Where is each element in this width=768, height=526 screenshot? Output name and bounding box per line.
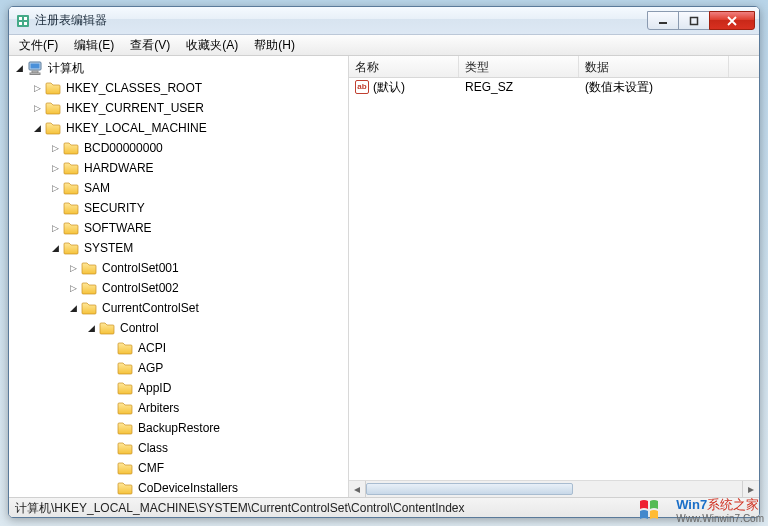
collapse-icon[interactable]: ◢ [31, 122, 43, 134]
menu-edit[interactable]: 编辑(E) [66, 35, 122, 56]
folder-icon [63, 220, 79, 236]
expand-icon[interactable]: ▷ [31, 102, 43, 114]
expand-icon[interactable]: ▷ [49, 162, 61, 174]
close-button[interactable] [709, 11, 755, 30]
tree-node-label: AGP [136, 360, 165, 376]
tree-node-bcd00000000[interactable]: ▷BCD00000000 [9, 138, 348, 158]
tree-node-controlset001[interactable]: ▷ControlSet001 [9, 258, 348, 278]
computer-icon [27, 60, 43, 76]
tree-node-hkey_local_machine[interactable]: ◢HKEY_LOCAL_MACHINE [9, 118, 348, 138]
tree-node-label: ControlSet002 [100, 280, 181, 296]
folder-icon [63, 140, 79, 156]
menu-file[interactable]: 文件(F) [11, 35, 66, 56]
collapse-icon[interactable]: ◢ [85, 322, 97, 334]
expand-icon[interactable]: ▷ [49, 142, 61, 154]
tree-node-label: HKEY_CLASSES_ROOT [64, 80, 204, 96]
folder-icon [63, 160, 79, 176]
menubar: 文件(F) 编辑(E) 查看(V) 收藏夹(A) 帮助(H) [9, 35, 759, 56]
tree-node-hardware[interactable]: ▷HARDWARE [9, 158, 348, 178]
tree-node-label: BackupRestore [136, 420, 222, 436]
folder-icon [45, 120, 61, 136]
list-pane: 名称 类型 数据 ab(默认)REG_SZ(数值未设置) ◂ ▸ [349, 56, 759, 497]
tree-spacer [103, 342, 115, 354]
svg-rect-0 [17, 15, 29, 27]
svg-rect-8 [31, 64, 40, 69]
tree-node-system[interactable]: ◢SYSTEM [9, 238, 348, 258]
app-icon [15, 13, 31, 29]
tree-node-codeviceinstallers[interactable]: CoDeviceInstallers [9, 478, 348, 497]
folder-icon [117, 400, 133, 416]
tree-spacer [103, 462, 115, 474]
expand-icon[interactable]: ▷ [49, 222, 61, 234]
tree-node-arbiters[interactable]: Arbiters [9, 398, 348, 418]
tree-node-label: HKEY_CURRENT_USER [64, 100, 206, 116]
expand-icon[interactable]: ▷ [67, 282, 79, 294]
tree-node-label: CoDeviceInstallers [136, 480, 240, 496]
folder-icon [117, 480, 133, 496]
collapse-icon[interactable]: ◢ [13, 62, 25, 74]
folder-icon [81, 260, 97, 276]
tree-node-label: AppID [136, 380, 173, 396]
tree-node-label: HKEY_LOCAL_MACHINE [64, 120, 209, 136]
tree-node-control[interactable]: ◢Control [9, 318, 348, 338]
folder-icon [63, 200, 79, 216]
tree-node-label: SECURITY [82, 200, 147, 216]
maximize-button[interactable] [678, 11, 710, 30]
tree-spacer [103, 402, 115, 414]
tree-spacer [103, 482, 115, 494]
menu-help[interactable]: 帮助(H) [246, 35, 303, 56]
folder-icon [45, 80, 61, 96]
column-header-type[interactable]: 类型 [459, 56, 579, 77]
tree-root-computer[interactable]: ◢计算机 [9, 58, 348, 78]
tree-node-label: Control [118, 320, 161, 336]
list-header: 名称 类型 数据 [349, 56, 759, 78]
collapse-icon[interactable]: ◢ [49, 242, 61, 254]
svg-rect-2 [24, 17, 27, 20]
tree-node-label: SOFTWARE [82, 220, 154, 236]
folder-icon [99, 320, 115, 336]
value-type: REG_SZ [459, 79, 579, 95]
expand-icon[interactable]: ▷ [31, 82, 43, 94]
svg-rect-6 [691, 17, 698, 24]
horizontal-scrollbar[interactable]: ◂ ▸ [349, 480, 759, 497]
registry-editor-window: 注册表编辑器 文件(F) 编辑(E) 查看(V) 收藏夹(A) 帮助(H) ◢计… [8, 6, 760, 518]
expand-icon[interactable]: ▷ [49, 182, 61, 194]
tree-node-backuprestore[interactable]: BackupRestore [9, 418, 348, 438]
folder-icon [117, 420, 133, 436]
value-row[interactable]: ab(默认)REG_SZ(数值未设置) [349, 78, 759, 96]
expand-icon[interactable]: ▷ [67, 262, 79, 274]
tree-pane[interactable]: ◢计算机▷HKEY_CLASSES_ROOT▷HKEY_CURRENT_USER… [9, 56, 349, 497]
tree-node-agp[interactable]: AGP [9, 358, 348, 378]
tree-node-software[interactable]: ▷SOFTWARE [9, 218, 348, 238]
tree-node-hkey_current_user[interactable]: ▷HKEY_CURRENT_USER [9, 98, 348, 118]
menu-view[interactable]: 查看(V) [122, 35, 178, 56]
tree-node-label: ACPI [136, 340, 168, 356]
tree-node-cmf[interactable]: CMF [9, 458, 348, 478]
statusbar: 计算机\HKEY_LOCAL_MACHINE\SYSTEM\CurrentCon… [9, 497, 759, 517]
tree-node-security[interactable]: SECURITY [9, 198, 348, 218]
tree-node-sam[interactable]: ▷SAM [9, 178, 348, 198]
minimize-button[interactable] [647, 11, 679, 30]
folder-icon [45, 100, 61, 116]
tree-node-hkey_classes_root[interactable]: ▷HKEY_CLASSES_ROOT [9, 78, 348, 98]
tree-node-appid[interactable]: AppID [9, 378, 348, 398]
tree-node-label: HARDWARE [82, 160, 156, 176]
column-header-name[interactable]: 名称 [349, 56, 459, 77]
tree-spacer [103, 382, 115, 394]
folder-icon [63, 180, 79, 196]
tree-node-label: CurrentControlSet [100, 300, 201, 316]
folder-icon [117, 340, 133, 356]
list-body[interactable]: ab(默认)REG_SZ(数值未设置) [349, 78, 759, 480]
tree-node-acpi[interactable]: ACPI [9, 338, 348, 358]
tree-node-class[interactable]: Class [9, 438, 348, 458]
titlebar[interactable]: 注册表编辑器 [9, 7, 759, 35]
column-header-data[interactable]: 数据 [579, 56, 729, 77]
folder-icon [117, 380, 133, 396]
folder-icon [117, 460, 133, 476]
menu-favorites[interactable]: 收藏夹(A) [178, 35, 246, 56]
collapse-icon[interactable]: ◢ [67, 302, 79, 314]
folder-icon [81, 300, 97, 316]
tree-node-currentcontrolset[interactable]: ◢CurrentControlSet [9, 298, 348, 318]
tree-node-label: ControlSet001 [100, 260, 181, 276]
tree-node-controlset002[interactable]: ▷ControlSet002 [9, 278, 348, 298]
